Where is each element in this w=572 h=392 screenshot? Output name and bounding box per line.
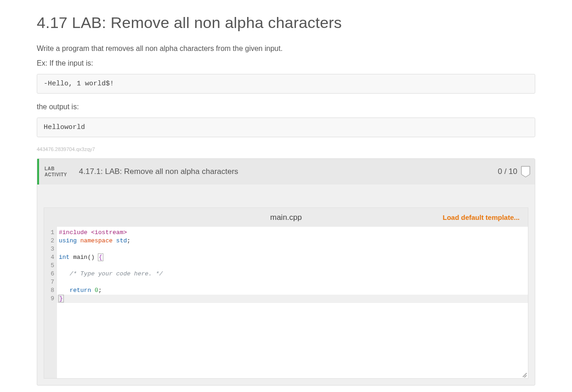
code-content[interactable]: #include <iostream>using namespace std;i… <box>57 227 528 378</box>
code-line[interactable] <box>59 245 525 253</box>
code-line[interactable] <box>59 278 525 286</box>
line-number: 1 <box>47 229 54 237</box>
line-number: 7 <box>47 278 54 286</box>
lab-tag-line2: ACTIVITY <box>45 172 67 178</box>
example-input-block: -Hello, 1 world$! <box>37 74 535 94</box>
resize-handle-icon[interactable] <box>521 371 527 377</box>
badge-icon <box>521 159 535 185</box>
editor-body[interactable]: 1 2 3 4 5 6 7 8 9 #include <iostream>usi… <box>44 227 528 378</box>
code-line[interactable]: using namespace std; <box>59 237 525 245</box>
line-number: 4 <box>47 253 54 262</box>
example-input-label: Ex: If the input is: <box>37 59 535 67</box>
code-line[interactable] <box>59 262 525 270</box>
filename-label: main.cpp <box>270 213 302 222</box>
code-line[interactable]: } <box>57 295 528 303</box>
page-title: 4.17 LAB: Remove all non alpha character… <box>37 14 535 32</box>
lab-tag-line1: LAB <box>45 166 67 172</box>
line-number-gutter: 1 2 3 4 5 6 7 8 9 <box>44 227 57 378</box>
example-output-label: the output is: <box>37 103 535 111</box>
lab-activity-box: LAB ACTIVITY 4.17.1: LAB: Remove all non… <box>37 158 535 386</box>
example-output-block: Helloworld <box>37 118 535 137</box>
line-number: 3 <box>47 245 54 253</box>
lab-header: LAB ACTIVITY 4.17.1: LAB: Remove all non… <box>37 159 535 185</box>
code-editor: main.cpp Load default template... 1 2 3 … <box>44 207 528 379</box>
line-number: 2 <box>47 237 54 245</box>
code-line[interactable]: return 0; <box>59 286 525 295</box>
line-number: 5 <box>47 262 54 270</box>
assignment-description: Write a program that removes all non alp… <box>37 45 535 53</box>
line-number: 6 <box>47 270 54 278</box>
line-number: 8 <box>47 286 54 295</box>
lab-score: 0 / 10 <box>494 159 521 185</box>
code-line[interactable]: int main() { <box>59 253 525 262</box>
line-number: 9 <box>47 295 54 303</box>
lab-tag: LAB ACTIVITY <box>39 159 74 185</box>
editor-header: main.cpp Load default template... <box>44 208 528 227</box>
watermark-text: 443476.2839704.qx3zqy7 <box>37 146 535 152</box>
code-line[interactable]: #include <iostream> <box>59 229 525 237</box>
lab-title: 4.17.1: LAB: Remove all non alpha charac… <box>74 159 494 185</box>
code-line[interactable]: /* Type your code here. */ <box>59 270 525 278</box>
load-default-template-link[interactable]: Load default template... <box>442 213 520 221</box>
